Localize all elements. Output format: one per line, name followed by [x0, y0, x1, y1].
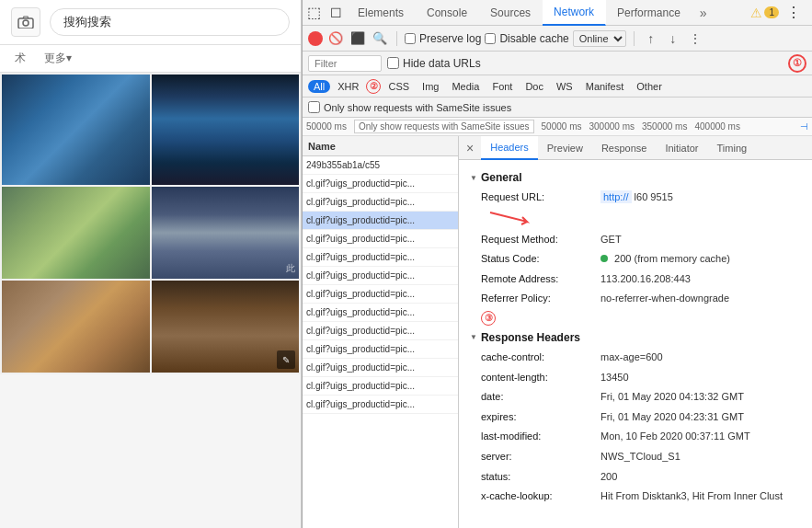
request-item-13[interactable]: cl.gif?uigs_productid=pic... [303, 396, 458, 414]
response-section-header: Response Headers [470, 327, 801, 348]
request-item-6[interactable]: cl.gif?uigs_productid=pic... [303, 267, 458, 285]
request-item-4[interactable]: cl.gif?uigs_productid=pic... [303, 230, 458, 248]
preserve-log-checkbox[interactable] [405, 33, 416, 44]
type-btn-media[interactable]: Media [446, 80, 485, 93]
type-btn-ws[interactable]: WS [551, 80, 578, 93]
request-method-row: Request Method: GET [470, 230, 801, 250]
tab-console[interactable]: Console [416, 0, 479, 26]
detail-content: General Request URL: http:// l60 9515 Re… [459, 160, 812, 514]
filter-input[interactable] [308, 55, 382, 72]
request-item-1[interactable]: cl.gif?uigs_productid=pic... [303, 175, 458, 193]
type-btn-font[interactable]: Font [486, 80, 518, 93]
samesite-checkbox[interactable] [308, 101, 320, 113]
image-grid: 此 ✎ [0, 73, 301, 374]
timing-bar: 50000 ms Only show requests with SameSit… [303, 118, 812, 136]
tab-sources[interactable]: Sources [479, 0, 543, 26]
warning-icon: ⚠ [750, 6, 762, 20]
nav-item-more[interactable]: 更多▾ [40, 49, 75, 68]
type-btn-img[interactable]: Img [417, 80, 444, 93]
resp-val-7: Hit From Disktank3, Hit From Inner Clust [600, 488, 783, 505]
request-item-3[interactable]: cl.gif?uigs_productid=pic... [303, 212, 458, 230]
resp-key-5: server: [481, 449, 600, 465]
request-url-highlight: http:// [600, 190, 632, 203]
resp-val-3: Fri, 01 May 2020 04:23:31 GMT [600, 409, 744, 426]
details-tab-initiator[interactable]: Initiator [656, 136, 707, 160]
annotation-area-1: ① [788, 54, 806, 73]
resp-key-6: status: [481, 469, 600, 486]
camera-button[interactable] [11, 7, 40, 37]
resp-val-2: Fri, 01 May 2020 04:13:32 GMT [600, 389, 744, 406]
annotation-circle-3: ③ [481, 311, 496, 326]
warning-area: ⚠ 1 [750, 6, 779, 20]
details-tab-response[interactable]: Response [592, 136, 657, 160]
remote-address-row: Remote Address: 113.200.16.208:443 [470, 270, 801, 290]
type-btn-xhr[interactable]: XHR [332, 80, 364, 93]
status-code-key: Status Code: [481, 251, 600, 268]
search-input-wrapper[interactable]: 搜狗搜索 [50, 8, 290, 36]
svg-point-1 [23, 20, 29, 26]
separator-1 [396, 31, 397, 46]
request-item-10[interactable]: cl.gif?uigs_productid=pic... [303, 340, 458, 359]
online-select[interactable]: Online [573, 30, 626, 47]
type-btn-css[interactable]: CSS [383, 80, 415, 93]
type-btn-other[interactable]: Other [631, 80, 668, 93]
browser-panel: 搜狗搜索 术 更多▾ 此 ✎ [0, 0, 302, 528]
devtools-panel: ⬚ ☐ Elements Console Sources Network Per… [302, 0, 812, 528]
tab-network[interactable]: Network [543, 0, 606, 26]
download-icon[interactable]: ↓ [664, 29, 682, 48]
request-item-5[interactable]: cl.gif?uigs_productid=pic... [303, 248, 458, 267]
request-name-3: cl.gif?uigs_productid=pic... [306, 215, 415, 225]
samesite-label[interactable]: Only show requests with SameSite issues [308, 101, 511, 113]
more-tabs-icon[interactable]: » [692, 6, 715, 20]
preserve-log-label[interactable]: Preserve log [405, 32, 481, 45]
clear-button[interactable]: 🚫 [326, 29, 345, 48]
nav-item-shu[interactable]: 术 [11, 49, 29, 68]
status-dot [600, 255, 608, 262]
upload-icon[interactable]: ↑ [642, 29, 660, 48]
disable-cache-checkbox[interactable] [485, 33, 496, 44]
device-icon[interactable]: ☐ [325, 2, 347, 24]
disable-cache-label[interactable]: Disable cache [485, 32, 568, 45]
hide-data-urls-checkbox[interactable] [387, 57, 399, 69]
type-btn-all[interactable]: All [308, 80, 330, 93]
close-details-button[interactable]: × [459, 141, 481, 155]
request-item-12[interactable]: cl.gif?uigs_productid=pic... [303, 377, 458, 396]
details-tab-headers[interactable]: Headers [481, 136, 538, 160]
request-item-7[interactable]: cl.gif?uigs_productid=pic... [303, 285, 458, 304]
request-name-5: cl.gif?uigs_productid=pic... [306, 252, 415, 262]
timing-label-5: 400000 ms [694, 121, 739, 132]
image-cell-6: ✎ [152, 281, 300, 373]
watermark-4: 此 [286, 262, 295, 275]
type-filters: All XHR ② CSS Img Media Font Doc WS Mani… [303, 75, 812, 98]
status-code-value: 200 (from memory cache) [600, 251, 730, 268]
request-item-8[interactable]: cl.gif?uigs_productid=pic... [303, 304, 458, 322]
search-button[interactable]: 🔍 [371, 29, 389, 48]
more-icon[interactable]: ⋮ [686, 29, 704, 48]
tab-elements[interactable]: Elements [347, 0, 416, 26]
record-button[interactable] [308, 31, 323, 46]
request-name-10: cl.gif?uigs_productid=pic... [306, 344, 415, 354]
settings-icon[interactable]: ⋮ [783, 2, 805, 24]
resp-key-4: last-modified: [481, 429, 600, 445]
hide-data-urls-label[interactable]: Hide data URLs [387, 57, 481, 70]
request-item-11[interactable]: cl.gif?uigs_productid=pic... [303, 359, 458, 377]
details-tabs: × Headers Preview Response Initiator Tim… [459, 136, 812, 160]
filter-button[interactable]: ⬛ [349, 29, 367, 48]
request-name-8: cl.gif?uigs_productid=pic... [306, 307, 415, 317]
tab-performance[interactable]: Performance [606, 0, 692, 26]
type-btn-manifest[interactable]: Manifest [580, 80, 630, 93]
resp-val-0: max-age=600 [600, 350, 663, 366]
request-list-header: Name [303, 136, 458, 156]
request-item-0[interactable]: 249b355ab1a/c55 [303, 156, 458, 175]
details-tab-timing[interactable]: Timing [708, 136, 757, 160]
type-btn-doc[interactable]: Doc [520, 80, 549, 93]
request-item-9[interactable]: cl.gif?uigs_productid=pic... [303, 322, 458, 340]
timing-cursor: ⊣ [800, 121, 808, 132]
image-cell-2 [152, 75, 300, 185]
remote-address-value: 113.200.16.208:443 [600, 271, 691, 288]
resp-val-1: 13450 [600, 370, 629, 386]
request-item-2[interactable]: cl.gif?uigs_productid=pic... [303, 193, 458, 212]
inspect-icon[interactable]: ⬚ [303, 2, 325, 24]
request-name-6: cl.gif?uigs_productid=pic... [306, 270, 415, 281]
details-tab-preview[interactable]: Preview [538, 136, 592, 160]
